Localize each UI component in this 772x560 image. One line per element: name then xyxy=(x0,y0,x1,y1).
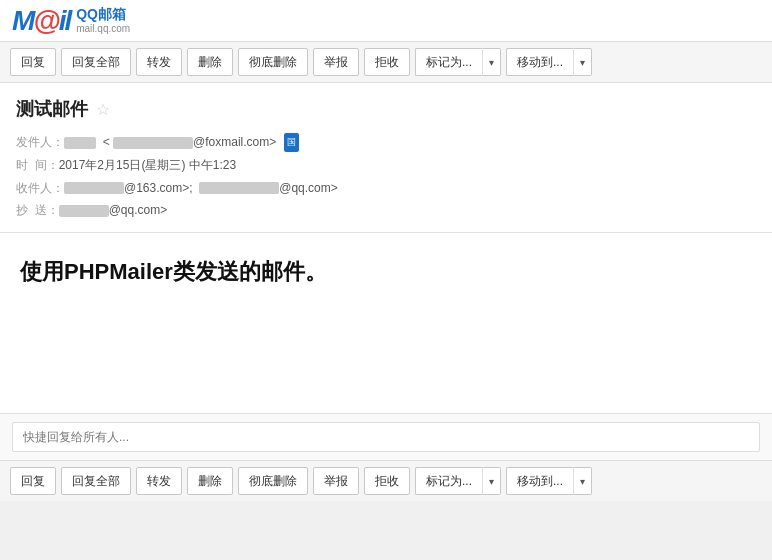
header: M@il QQ邮箱 mail.qq.com xyxy=(0,0,772,42)
to-value: @163.com>; @qq.com> xyxy=(64,177,756,200)
email-subject: 测试邮件 xyxy=(16,97,88,121)
email-body: 使用PHPMailer类发送的邮件。 xyxy=(0,233,772,413)
reject-button[interactable]: 拒收 xyxy=(364,48,410,76)
bottom-mark-as-split: 标记为... ▾ xyxy=(415,467,501,495)
bottom-move-to-button[interactable]: 移动到... xyxy=(506,467,573,495)
from-name-blur xyxy=(64,137,96,149)
from-email-blur xyxy=(113,137,193,149)
time-row: 时 间： 2017年2月15日(星期三) 中午1:23 xyxy=(16,154,756,177)
move-to-button[interactable]: 移动到... xyxy=(506,48,573,76)
top-toolbar: 回复 回复全部 转发 删除 彻底删除 举报 拒收 标记为... ▾ 移动到...… xyxy=(0,42,772,83)
bottom-delete-button[interactable]: 删除 xyxy=(187,467,233,495)
to-label: 收件人： xyxy=(16,177,64,200)
move-to-split: 移动到... ▾ xyxy=(506,48,592,76)
mark-as-arrow[interactable]: ▾ xyxy=(482,48,501,76)
email-content: 测试邮件 ☆ 发件人： < @foxmail.com> 国 时 间： 2017年… xyxy=(0,83,772,460)
bottom-forward-button[interactable]: 转发 xyxy=(136,467,182,495)
cc-row: 抄 送： @qq.com> xyxy=(16,199,756,222)
delete-button[interactable]: 删除 xyxy=(187,48,233,76)
cc-value: @qq.com> xyxy=(59,199,756,222)
cc-domain: @qq.com> xyxy=(109,203,168,217)
email-detail: 测试邮件 ☆ 发件人： < @foxmail.com> 国 时 间： 2017年… xyxy=(0,83,772,233)
logo-mail-icon: M@il xyxy=(12,7,70,35)
bottom-reply-button[interactable]: 回复 xyxy=(10,467,56,495)
time-value: 2017年2月15日(星期三) 中午1:23 xyxy=(59,154,756,177)
from-value: < @foxmail.com> 国 xyxy=(64,131,756,154)
flag-icon: 国 xyxy=(284,133,299,152)
cc-name-blur xyxy=(59,205,109,217)
to-domain1: @163.com>; xyxy=(124,181,196,195)
quick-reply-input[interactable] xyxy=(12,422,760,452)
logo: M@il QQ邮箱 mail.qq.com xyxy=(12,7,130,35)
cc-label: 抄 送： xyxy=(16,199,59,222)
report-button[interactable]: 举报 xyxy=(313,48,359,76)
permanent-delete-button[interactable]: 彻底删除 xyxy=(238,48,308,76)
to-name1-blur xyxy=(64,182,124,194)
bottom-reply-all-button[interactable]: 回复全部 xyxy=(61,467,131,495)
email-meta: 发件人： < @foxmail.com> 国 时 间： 2017年2月15日(星… xyxy=(16,131,756,222)
bottom-reject-button[interactable]: 拒收 xyxy=(364,467,410,495)
to-name2-blur xyxy=(199,182,279,194)
bottom-report-button[interactable]: 举报 xyxy=(313,467,359,495)
from-row: 发件人： < @foxmail.com> 国 xyxy=(16,131,756,154)
from-label: 发件人： xyxy=(16,131,64,154)
logo-qq-text: QQ邮箱 mail.qq.com xyxy=(76,7,130,33)
bottom-toolbar: 回复 回复全部 转发 删除 彻底删除 举报 拒收 标记为... ▾ 移动到...… xyxy=(0,460,772,501)
logo-qq-main: QQ邮箱 xyxy=(76,7,130,22)
bottom-mark-as-button[interactable]: 标记为... xyxy=(415,467,482,495)
time-label: 时 间： xyxy=(16,154,59,177)
bottom-move-to-split: 移动到... ▾ xyxy=(506,467,592,495)
reply-all-button[interactable]: 回复全部 xyxy=(61,48,131,76)
from-domain: @foxmail.com> xyxy=(193,135,276,149)
bottom-move-to-arrow[interactable]: ▾ xyxy=(573,467,592,495)
quick-reply-area xyxy=(0,413,772,460)
email-body-text: 使用PHPMailer类发送的邮件。 xyxy=(20,257,752,288)
reply-button[interactable]: 回复 xyxy=(10,48,56,76)
to-domain2: @qq.com> xyxy=(279,181,338,195)
to-row: 收件人： @163.com>; @qq.com> xyxy=(16,177,756,200)
logo-qq-sub: mail.qq.com xyxy=(76,23,130,34)
forward-button[interactable]: 转发 xyxy=(136,48,182,76)
move-to-arrow[interactable]: ▾ xyxy=(573,48,592,76)
star-icon[interactable]: ☆ xyxy=(96,100,110,119)
mark-as-button[interactable]: 标记为... xyxy=(415,48,482,76)
subject-row: 测试邮件 ☆ xyxy=(16,97,756,121)
bottom-mark-as-arrow[interactable]: ▾ xyxy=(482,467,501,495)
bottom-permanent-delete-button[interactable]: 彻底删除 xyxy=(238,467,308,495)
mark-as-split: 标记为... ▾ xyxy=(415,48,501,76)
